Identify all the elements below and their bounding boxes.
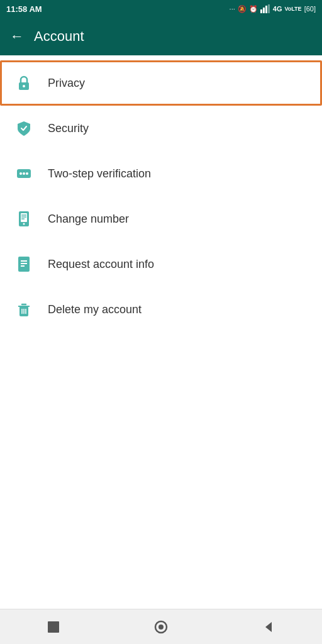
trash-icon — [13, 298, 35, 321]
svg-point-5 — [23, 85, 25, 87]
alarm-icon: ⏰ — [249, 5, 258, 13]
menu-label-delete-account: Delete my account — [48, 303, 142, 316]
dots-icon — [13, 162, 35, 185]
svg-rect-26 — [48, 621, 59, 633]
svg-rect-1 — [263, 8, 265, 13]
shield-icon — [13, 117, 35, 140]
toolbar: ← Account — [0, 18, 322, 55]
status-icons: ··· 🔕 ⏰ 4G VoLTE [60] — [230, 4, 316, 13]
mute-icon: 🔕 — [238, 5, 247, 13]
nav-back-button[interactable] — [253, 612, 284, 642]
svg-point-9 — [26, 172, 28, 175]
back-button[interactable]: ← — [10, 28, 24, 45]
menu-item-change-number[interactable]: Change number — [0, 196, 322, 242]
menu-item-security[interactable]: Security — [0, 106, 322, 151]
phone-edit-icon — [13, 208, 35, 230]
menu-item-privacy[interactable]: Privacy — [0, 60, 322, 106]
menu-list: Privacy Security Two-step verification C… — [0, 55, 322, 332]
network-label: 4G — [273, 5, 282, 13]
nav-bar — [0, 609, 322, 644]
svg-rect-2 — [265, 6, 267, 13]
svg-point-7 — [19, 172, 22, 175]
document-icon — [13, 253, 35, 275]
svg-rect-3 — [268, 4, 270, 13]
status-time: 11:58 AM — [6, 4, 42, 14]
svg-rect-0 — [260, 9, 262, 13]
svg-point-15 — [23, 223, 25, 225]
menu-label-change-number: Change number — [48, 213, 129, 226]
svg-point-28 — [158, 625, 164, 630]
status-bar: 11:58 AM ··· 🔕 ⏰ 4G VoLTE [60] — [0, 0, 322, 18]
menu-label-request-info: Request account info — [48, 258, 154, 271]
svg-marker-29 — [265, 622, 272, 632]
menu-item-two-step[interactable]: Two-step verification — [0, 151, 322, 196]
nav-square-button[interactable] — [38, 612, 69, 642]
page-title: Account — [34, 28, 84, 45]
svg-rect-11 — [21, 213, 27, 222]
signal-bars-1 — [260, 4, 270, 13]
signal-dots: ··· — [230, 5, 235, 13]
svg-point-8 — [23, 172, 25, 175]
menu-label-two-step: Two-step verification — [48, 167, 151, 180]
menu-item-request-info[interactable]: Request account info — [0, 242, 322, 287]
nav-home-button[interactable] — [146, 612, 176, 642]
menu-label-security: Security — [48, 122, 89, 135]
lock-icon — [13, 72, 35, 94]
menu-label-privacy: Privacy — [48, 77, 85, 90]
battery-icon: [60] — [304, 5, 316, 13]
volte-icon: VoLTE — [284, 6, 301, 12]
menu-item-delete-account[interactable]: Delete my account — [0, 287, 322, 332]
